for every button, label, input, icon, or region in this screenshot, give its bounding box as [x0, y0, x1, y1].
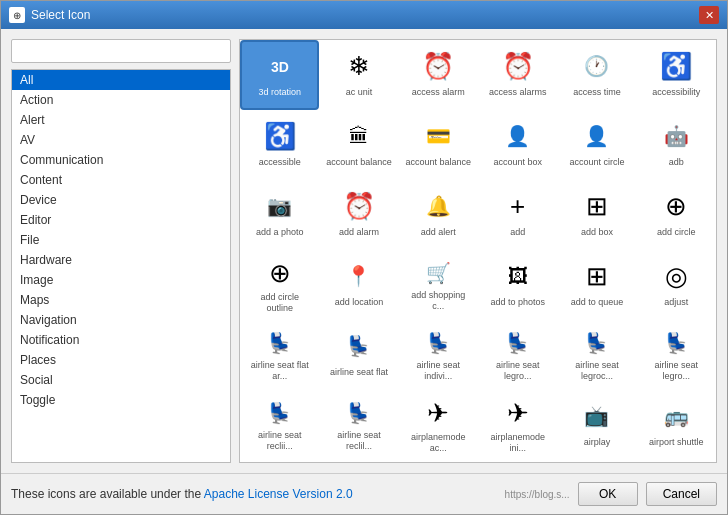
- icon-item-airport-shuttle[interactable]: 🚌airport shuttle: [637, 390, 716, 460]
- access-alarms-label: access alarms: [489, 87, 547, 98]
- add-label: add: [510, 227, 525, 238]
- apache-license-link[interactable]: Apache License Version 2.0: [204, 487, 353, 501]
- adb-icon: 🤖: [658, 118, 694, 154]
- icon-item-adb[interactable]: 🤖adb: [637, 110, 716, 180]
- icon-item-airplanemode-active[interactable]: ✈airplanemode ac...: [399, 390, 478, 460]
- icon-item-account-balance[interactable]: 🏛account balance: [319, 110, 398, 180]
- icon-item-account-circle[interactable]: 👤account circle: [557, 110, 636, 180]
- icon-item-add-location[interactable]: 📍add location: [319, 250, 398, 320]
- icon-item-airline-seat-legroom-normal[interactable]: 💺airline seat legroc...: [557, 320, 636, 390]
- icon-item-add-circle[interactable]: ⊕add circle: [637, 180, 716, 250]
- icon-item-access-time[interactable]: 🕐access time: [557, 40, 636, 110]
- category-item-all[interactable]: All: [12, 70, 230, 90]
- icon-item-add-shopping-cart[interactable]: 🛒add shopping c...: [399, 250, 478, 320]
- ok-button[interactable]: OK: [578, 482, 638, 506]
- footer-text: These icons are available under the Apac…: [11, 487, 353, 501]
- footer-url: https://blog.s...: [505, 489, 570, 500]
- account-balance-wallet-icon: 💳: [420, 118, 456, 154]
- category-item-file[interactable]: File: [12, 230, 230, 250]
- icon-item-add-alert[interactable]: 🔔add alert: [399, 180, 478, 250]
- account-balance-icon: 🏛: [341, 118, 377, 154]
- main-content: AllActionAlertAVCommunicationContentDevi…: [1, 29, 727, 473]
- icon-item-add-box[interactable]: ⊞add box: [557, 180, 636, 250]
- add-to-photos-icon: 🖼: [500, 258, 536, 294]
- category-item-editor[interactable]: Editor: [12, 210, 230, 230]
- category-item-communication[interactable]: Communication: [12, 150, 230, 170]
- icon-item-alarm-on[interactable]: ⏰alarm on: [478, 460, 557, 463]
- add-box-icon: ⊞: [579, 188, 615, 224]
- category-item-hardware[interactable]: Hardware: [12, 250, 230, 270]
- icon-item-add-a-photo[interactable]: 📷add a photo: [240, 180, 319, 250]
- icon-item-accessibility[interactable]: ♿accessibility: [637, 40, 716, 110]
- icon-item-airline-seat-legroom-extra[interactable]: 💺airline seat legro...: [478, 320, 557, 390]
- add-alarm-icon: ⏰: [341, 188, 377, 224]
- icon-item-airplay[interactable]: 📺airplay: [557, 390, 636, 460]
- select-icon-window: ⊕ Select Icon ✕ AllActionAlertAVCommunic…: [0, 0, 728, 515]
- close-button[interactable]: ✕: [699, 6, 719, 24]
- airline-seat-flat-angled-icon: 💺: [262, 328, 298, 357]
- airline-seat-flat-label: airline seat flat: [330, 367, 388, 378]
- access-alarm-icon: ⏰: [420, 48, 456, 84]
- category-item-av[interactable]: AV: [12, 130, 230, 150]
- account-box-label: account box: [493, 157, 542, 168]
- icon-item-album[interactable]: 💿album: [557, 460, 636, 463]
- icon-item-add-to-photos[interactable]: 🖼add to photos: [478, 250, 557, 320]
- category-item-device[interactable]: Device: [12, 190, 230, 210]
- account-balance-label: account balance: [326, 157, 392, 168]
- icon-item-add-alarm[interactable]: ⏰add alarm: [319, 180, 398, 250]
- category-item-social[interactable]: Social: [12, 370, 230, 390]
- icon-item-access-alarm[interactable]: ⏰access alarm: [399, 40, 478, 110]
- icon-item-airplanemode-inactive[interactable]: ✈airplanemode ini...: [478, 390, 557, 460]
- icon-item-ac-unit[interactable]: ❄ac unit: [319, 40, 398, 110]
- airplanemode-inactive-icon: ✈: [500, 398, 536, 429]
- airplay-icon: 📺: [579, 398, 615, 434]
- category-item-action[interactable]: Action: [12, 90, 230, 110]
- category-item-content[interactable]: Content: [12, 170, 230, 190]
- icon-item-add-to-queue[interactable]: ⊞add to queue: [557, 250, 636, 320]
- icon-item-airline-seat-individual[interactable]: 💺airline seat indivi...: [399, 320, 478, 390]
- airline-seat-individual-label: airline seat indivi...: [405, 360, 472, 382]
- airplanemode-active-label: airplanemode ac...: [405, 432, 472, 454]
- icon-item-airline-seat-flat[interactable]: 💺airline seat flat: [319, 320, 398, 390]
- icon-item-3d-rotation[interactable]: 3D 3d rotation: [240, 40, 319, 110]
- icon-item-add[interactable]: +add: [478, 180, 557, 250]
- category-item-alert[interactable]: Alert: [12, 110, 230, 130]
- icon-item-all-inclusive[interactable]: ∞all inclusive: [637, 460, 716, 463]
- add-circle-icon: ⊕: [658, 188, 694, 224]
- add-icon: +: [500, 188, 536, 224]
- add-shopping-cart-icon: 🛒: [420, 258, 456, 287]
- category-item-toggle[interactable]: Toggle: [12, 390, 230, 410]
- icon-item-airline-seat-flat-angled[interactable]: 💺airline seat flat ar...: [240, 320, 319, 390]
- category-item-maps[interactable]: Maps: [12, 290, 230, 310]
- account-circle-icon: 👤: [579, 118, 615, 154]
- title-bar-left: ⊕ Select Icon: [9, 7, 90, 23]
- icon-item-access-alarms[interactable]: ⏰access alarms: [478, 40, 557, 110]
- category-item-image[interactable]: Image: [12, 270, 230, 290]
- category-item-navigation[interactable]: Navigation: [12, 310, 230, 330]
- svg-text:3D: 3D: [271, 59, 289, 75]
- add-alarm-label: add alarm: [339, 227, 379, 238]
- airline-seat-recline-extra-label: airline seat reclii...: [246, 430, 313, 452]
- airline-seat-legroom-reduced-icon: 💺: [658, 328, 694, 357]
- add-location-label: add location: [335, 297, 384, 308]
- icon-item-airline-seat-recline-normal[interactable]: 💺airline seat reclil...: [319, 390, 398, 460]
- account-box-icon: 👤: [500, 118, 536, 154]
- icon-item-alarm-off[interactable]: ⏰alarm off: [399, 460, 478, 463]
- airline-seat-legroom-extra-icon: 💺: [500, 328, 536, 357]
- icon-item-airline-seat-legroom-reduced[interactable]: 💺airline seat legro...: [637, 320, 716, 390]
- icon-item-airline-seat-recline-extra[interactable]: 💺airline seat reclii...: [240, 390, 319, 460]
- search-input[interactable]: [11, 39, 231, 63]
- icon-item-alarm-add[interactable]: ⏰alarm add: [319, 460, 398, 463]
- icon-item-alarm[interactable]: ⏰alarm: [240, 460, 319, 463]
- category-item-places[interactable]: Places: [12, 350, 230, 370]
- icon-item-accessible[interactable]: ♿accessible: [240, 110, 319, 180]
- icon-item-account-balance-wallet[interactable]: 💳account balance: [399, 110, 478, 180]
- airline-seat-recline-normal-label: airline seat reclil...: [325, 430, 392, 452]
- account-balance-wallet-label: account balance: [406, 157, 472, 168]
- cancel-button[interactable]: Cancel: [646, 482, 717, 506]
- category-item-notification[interactable]: Notification: [12, 330, 230, 350]
- access-alarm-label: access alarm: [412, 87, 465, 98]
- icon-item-add-circle-outline[interactable]: ⊕add circle outline: [240, 250, 319, 320]
- icon-item-account-box[interactable]: 👤account box: [478, 110, 557, 180]
- icon-item-adjust[interactable]: ◎adjust: [637, 250, 716, 320]
